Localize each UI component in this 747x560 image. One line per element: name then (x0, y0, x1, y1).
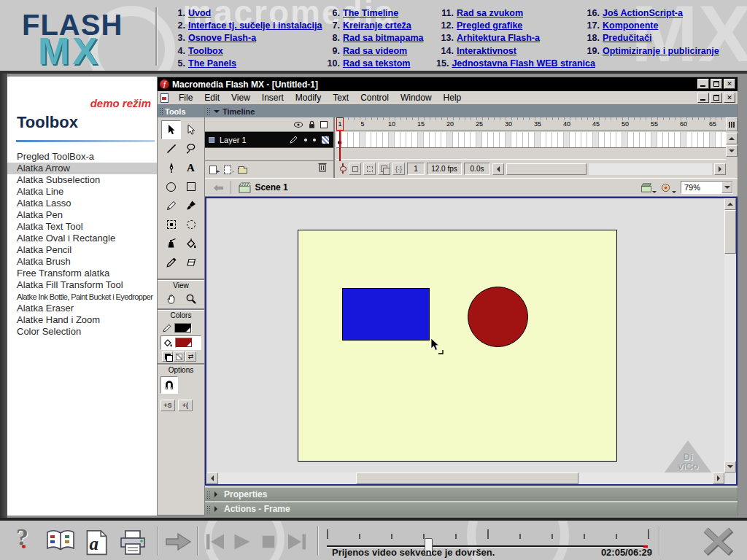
zoom-tool-button[interactable] (181, 289, 201, 308)
delete-layer-button[interactable] (317, 161, 328, 175)
onion-skin-button[interactable] (349, 163, 361, 175)
layer-row[interactable]: Layer 1 (205, 132, 333, 148)
elapsed-time-field[interactable]: 0.0s (464, 163, 490, 175)
topic-link[interactable]: Osnove Flash-a (188, 33, 256, 43)
sidebar-item[interactable]: Alatka Lasso (7, 198, 157, 209)
topic-link[interactable]: Uvod (188, 8, 211, 18)
menu-text[interactable]: Text (327, 93, 355, 103)
fill-color-swatch[interactable] (175, 338, 193, 348)
zoom-dropdown-button[interactable] (721, 182, 732, 193)
arrow-tool-button[interactable] (161, 120, 181, 139)
topic-link[interactable]: Komponente (603, 20, 658, 31)
visibility-dot-icon[interactable] (304, 139, 307, 141)
sidebar-item[interactable]: Alatka Pencil (7, 244, 157, 256)
sidebar-item[interactable]: Alatka Fill Transform Tool (7, 279, 157, 291)
modify-onion-markers-button[interactable]: {·} (392, 163, 405, 175)
skip-to-end-button[interactable] (286, 533, 308, 553)
exit-button[interactable] (702, 526, 735, 560)
stage-scroll-up-button[interactable] (724, 198, 736, 210)
lasso-tool-button[interactable] (181, 139, 201, 158)
outline-color-icon[interactable] (322, 136, 329, 144)
sidebar-item[interactable]: Alatka Brush (7, 256, 157, 268)
insert-layer-folder-button[interactable] (237, 165, 249, 175)
swap-colors-button[interactable]: ⇄ (185, 351, 196, 362)
default-colors-button[interactable] (162, 351, 173, 362)
frame-row[interactable] (336, 132, 726, 148)
topic-link[interactable]: The Panels (188, 58, 236, 69)
lock-icon[interactable] (308, 120, 316, 129)
timeline-scroll-track[interactable] (589, 163, 712, 175)
topic-link[interactable]: Toolbox (188, 46, 223, 56)
minimize-button[interactable] (697, 79, 709, 89)
timeline-panel-header[interactable]: Timeline (205, 105, 738, 117)
sidebar-item[interactable]: Alatke Ink Bottle, Paint Bucket i Eyedro… (7, 291, 157, 303)
fill-color-row[interactable] (160, 335, 201, 350)
stage-scroll-right-button[interactable] (713, 472, 724, 484)
insert-layer-button[interactable]: + (208, 165, 220, 175)
timeline-scroll-up-button[interactable] (726, 133, 738, 144)
sidebar-item[interactable]: Alatka Eraser (7, 303, 157, 314)
topic-link[interactable]: Pregled grafike (457, 20, 522, 31)
doc-restore-button[interactable] (711, 93, 722, 103)
straighten-button[interactable]: +( (178, 400, 193, 411)
outline-frame-icon[interactable] (320, 121, 328, 128)
stage-vertical-scrollbar[interactable] (724, 198, 736, 472)
pencil-tool-button[interactable] (161, 196, 181, 215)
add-motion-guide-button[interactable]: · (222, 165, 234, 175)
rectangle-tool-button[interactable] (181, 177, 201, 196)
pen-tool-button[interactable] (161, 158, 181, 177)
sidebar-item[interactable]: Alatke Oval i Rectangle (7, 233, 157, 244)
stage-scroll-left-button[interactable] (206, 472, 218, 484)
topic-link[interactable]: Rad sa tekstom (343, 58, 410, 69)
sidebar-item[interactable]: Alatka Line (7, 186, 157, 198)
brush-tool-button[interactable] (181, 196, 201, 215)
menu-insert[interactable]: Insert (256, 93, 290, 103)
menu-help[interactable]: Help (438, 93, 468, 103)
stroke-color-swatch[interactable] (174, 323, 192, 333)
subselection-tool-button[interactable] (181, 120, 201, 139)
stroke-color-row[interactable] (160, 321, 201, 335)
menu-control[interactable]: Control (355, 93, 395, 103)
timeline-scroll-down-button[interactable] (726, 145, 738, 157)
topic-link[interactable]: Rad sa zvukom (457, 8, 523, 18)
edit-scene-button[interactable] (640, 183, 657, 192)
onion-skin-outlines-button[interactable] (363, 163, 376, 175)
timeline-scroll-right-button[interactable] (714, 163, 726, 175)
paint-bucket-tool-button[interactable] (181, 234, 201, 253)
topic-link[interactable]: Jednostavna Flash WEB stranica (452, 58, 595, 69)
eye-icon[interactable] (293, 120, 303, 129)
stage-scroll-down-button[interactable] (724, 461, 736, 472)
frame-rate-field[interactable]: 12.0 fps (427, 163, 462, 175)
doc-close-button[interactable]: ✕ (724, 93, 735, 103)
sidebar-item[interactable]: Alatka Pen (7, 209, 157, 221)
hand-tool-button[interactable] (161, 289, 181, 308)
menu-file[interactable]: File (173, 93, 198, 103)
timeline-vertical-scrollbar[interactable] (726, 117, 738, 178)
scene-label[interactable]: Scene 1 (255, 182, 287, 192)
sidebar-item[interactable]: Color Selection (7, 326, 157, 338)
menu-edit[interactable]: Edit (198, 93, 225, 103)
topic-link[interactable]: Rad sa videom (343, 46, 407, 56)
current-frame-field[interactable]: 1 (407, 163, 425, 175)
stage-vscroll-thumb[interactable] (724, 210, 736, 254)
tools-panel-header[interactable]: Tools (158, 105, 204, 117)
eyedropper-tool-button[interactable] (161, 253, 181, 272)
back-arrow-button[interactable]: ⬅ (214, 181, 223, 195)
print-button[interactable] (117, 528, 150, 560)
skip-to-start-button[interactable] (204, 533, 226, 553)
text-tool-button[interactable]: A (181, 158, 201, 177)
red-circle-shape[interactable] (468, 287, 528, 347)
menu-window[interactable]: Window (395, 93, 438, 103)
topic-link[interactable]: Interface tj. sučelje i instalacija (188, 20, 322, 31)
restore-button[interactable] (711, 79, 722, 89)
timeline-ruler[interactable]: 1 5101520253035404550556065 (336, 117, 726, 131)
menu-view[interactable]: View (225, 93, 256, 103)
topic-link[interactable]: Arhitektura Flash-a (457, 33, 540, 43)
next-section-button[interactable] (165, 532, 193, 554)
help-button[interactable]: ? (16, 524, 28, 551)
sidebar-item[interactable]: Alatka Arrow (7, 163, 157, 174)
sidebar-item[interactable]: Alatka Text Tool (7, 221, 157, 233)
edit-multiple-frames-button[interactable] (378, 163, 390, 175)
edit-symbols-button[interactable] (661, 183, 676, 192)
topic-link[interactable]: Kreiranje crteža (343, 20, 411, 31)
